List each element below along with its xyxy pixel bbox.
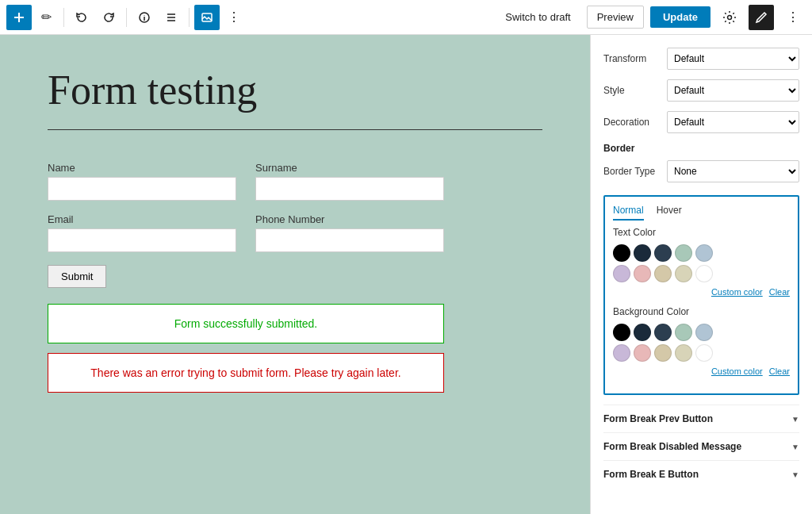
surname-field: Surname — [255, 162, 444, 201]
bg-color-swatch[interactable] — [613, 324, 630, 341]
image-button[interactable] — [194, 5, 220, 30]
decoration-label: Decoration — [603, 117, 667, 128]
form-container: Name Surname Email Phone Number Subm — [48, 162, 444, 393]
page-title: Form testing — [48, 67, 542, 113]
text-color-swatch[interactable] — [695, 265, 713, 282]
collapsibles-container: Form Break Prev Button▼Form Break Disabl… — [603, 405, 799, 488]
svg-point-2 — [728, 15, 732, 19]
text-color-swatch[interactable] — [675, 265, 692, 282]
add-button[interactable] — [6, 5, 32, 30]
border-type-row: Border Type None — [603, 160, 799, 182]
text-color-swatch[interactable] — [634, 265, 651, 282]
submit-button[interactable]: Submit — [48, 265, 106, 288]
bg-color-swatch[interactable] — [634, 344, 651, 362]
tab-row: Normal Hover — [613, 205, 790, 221]
bg-color-swatch[interactable] — [675, 344, 692, 362]
name-label: Name — [48, 162, 236, 174]
chevron-down-icon: ▼ — [791, 443, 799, 451]
text-color-swatch[interactable] — [675, 244, 692, 262]
bg-clear-link[interactable]: Clear — [769, 366, 790, 376]
text-color-swatch[interactable] — [613, 265, 630, 282]
info-button[interactable] — [132, 5, 157, 30]
border-section-title: Border — [603, 143, 799, 154]
text-color-actions: Custom color Clear — [613, 287, 790, 297]
settings-button[interactable] — [717, 5, 742, 30]
transform-select[interactable]: Default — [667, 48, 799, 70]
transform-row: Transform Default — [603, 48, 799, 70]
bg-custom-color-link[interactable]: Custom color — [711, 366, 763, 376]
collapsible-form-break-prev-btn[interactable]: Form Break Prev Button▼ — [603, 405, 799, 432]
bg-color-title: Background Color — [613, 306, 790, 317]
surname-input[interactable] — [255, 177, 444, 201]
text-color-swatch[interactable] — [634, 244, 651, 262]
text-color-swatches — [613, 244, 790, 282]
list-button[interactable] — [159, 5, 184, 30]
bg-color-swatch[interactable] — [634, 324, 651, 341]
bg-color-swatch[interactable] — [695, 324, 713, 341]
pen-button[interactable] — [749, 5, 774, 30]
main-layout: Form testing Name Surname Email — [0, 35, 812, 514]
tab-hover[interactable]: Hover — [657, 205, 682, 221]
separator-2 — [126, 8, 127, 27]
bg-color-swatch[interactable] — [654, 344, 672, 362]
decoration-row: Decoration Default — [603, 111, 799, 133]
phone-label: Phone Number — [255, 213, 444, 225]
toolbar: ✏ ⋮ Switch to draft Preview Update ⋮ — [0, 0, 812, 35]
surname-label: Surname — [255, 162, 444, 174]
phone-input[interactable] — [255, 228, 444, 252]
editor-area: Form testing Name Surname Email — [0, 35, 590, 514]
email-field: Email — [48, 213, 236, 252]
name-input[interactable] — [48, 177, 236, 201]
style-label: Style — [603, 85, 667, 96]
undo-button[interactable] — [69, 5, 94, 30]
bg-color-swatch[interactable] — [654, 324, 672, 341]
update-button[interactable]: Update — [650, 6, 710, 28]
text-color-title: Text Color — [613, 227, 790, 238]
separator-3 — [189, 8, 190, 27]
decoration-select[interactable]: Default — [667, 111, 799, 133]
text-color-swatch[interactable] — [613, 244, 630, 262]
bg-color-swatches — [613, 324, 790, 362]
kebab-menu-button[interactable]: ⋮ — [780, 5, 806, 30]
border-type-select[interactable]: None — [667, 160, 799, 182]
text-custom-color-link[interactable]: Custom color — [711, 287, 763, 297]
collapsible-label: Form Break Disabled Message — [603, 441, 741, 452]
toolbar-right: Switch to draft Preview Update ⋮ — [496, 5, 806, 30]
normal-hover-tab-box: Normal Hover Text Color Custom color Cle… — [603, 195, 799, 395]
chevron-down-icon: ▼ — [791, 415, 799, 424]
bg-color-swatch[interactable] — [675, 324, 692, 341]
redo-button[interactable] — [96, 5, 121, 30]
text-color-swatch[interactable] — [695, 244, 713, 262]
tab-normal[interactable]: Normal — [613, 205, 644, 221]
title-divider — [48, 129, 542, 130]
error-message: There was an error trying to submit form… — [48, 353, 444, 393]
email-input[interactable] — [48, 228, 236, 252]
collapsible-label: Form Break Prev Button — [603, 413, 713, 424]
phone-field: Phone Number — [255, 213, 444, 252]
collapsible-form-break-disabled-msg[interactable]: Form Break Disabled Message▼ — [603, 432, 799, 460]
pencil-button[interactable]: ✏ — [33, 5, 59, 30]
success-message: Form successfully submitted. — [48, 304, 444, 343]
bg-color-swatch[interactable] — [613, 344, 630, 362]
chevron-down-icon: ▼ — [791, 470, 799, 479]
separator-1 — [63, 8, 64, 27]
right-panel: Transform Default Style Default Decorati… — [590, 35, 812, 514]
text-color-swatch[interactable] — [654, 244, 672, 262]
bg-color-actions: Custom color Clear — [613, 366, 790, 376]
collapsible-label: Form Break E Button — [603, 469, 699, 480]
text-color-swatch[interactable] — [654, 265, 672, 282]
form-row-1: Name Surname — [48, 162, 444, 201]
transform-label: Transform — [603, 53, 667, 64]
switch-draft-button[interactable]: Switch to draft — [496, 6, 580, 28]
style-row: Style Default — [603, 79, 799, 102]
email-label: Email — [48, 213, 236, 225]
border-type-label: Border Type — [603, 166, 667, 177]
name-field: Name — [48, 162, 236, 201]
preview-button[interactable]: Preview — [587, 6, 644, 29]
form-row-2: Email Phone Number — [48, 213, 444, 252]
collapsible-form-break-e-btn[interactable]: Form Break E Button▼ — [603, 460, 799, 488]
text-clear-link[interactable]: Clear — [769, 287, 790, 297]
bg-color-swatch[interactable] — [695, 344, 713, 362]
more-options-button[interactable]: ⋮ — [221, 5, 247, 30]
style-select[interactable]: Default — [667, 79, 799, 102]
